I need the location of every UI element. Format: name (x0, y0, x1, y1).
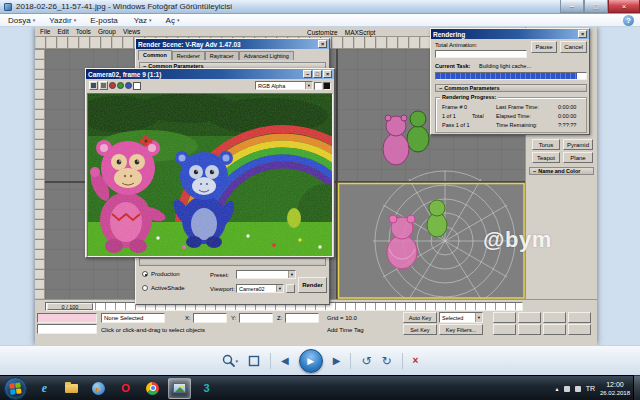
lock-viewport-icon[interactable] (286, 284, 295, 293)
red-channel-icon[interactable] (109, 82, 116, 89)
taskbar-icon-internet-explorer[interactable]: e (33, 378, 56, 399)
nav-zoom-region-button[interactable] (568, 312, 591, 323)
render-scene-titlebar[interactable]: Render Scene: V-Ray Adv 1.47.03 × (136, 39, 329, 49)
taskbar-icon-opera[interactable]: O (114, 378, 137, 399)
next-button[interactable]: ▶ (333, 355, 341, 366)
tray-expand-icon[interactable]: ▴ (556, 385, 559, 392)
clear-color-swatch[interactable] (314, 82, 322, 90)
elapsed-time-value: 0:00:00 (558, 113, 576, 119)
save-image-icon[interactable] (89, 81, 98, 90)
background-color-swatch[interactable] (323, 82, 331, 90)
plane-button[interactable]: Plane (563, 152, 593, 163)
nav-zoom-all-button[interactable] (518, 312, 541, 323)
close-icon[interactable]: × (318, 40, 327, 48)
nav-min-max-toggle-button[interactable] (568, 324, 591, 335)
viewport-dropdown[interactable]: Camera02 ▾ (236, 284, 284, 293)
close-icon[interactable]: × (578, 30, 587, 38)
chevron-down-icon: ▾ (288, 271, 295, 278)
rendering-titlebar[interactable]: Rendering × (431, 29, 589, 39)
frame-window-titlebar[interactable]: Camera02, frame 9 (1:1) − □ × (86, 69, 334, 79)
max-menu-maxscript[interactable]: MAXScript (345, 29, 376, 36)
max-menubar-right: Customize MAXScript (307, 27, 375, 37)
teapot-button[interactable]: Teapot (532, 152, 560, 163)
clone-image-icon[interactable] (99, 81, 108, 90)
name-and-color-rollout[interactable]: − Name and Color (529, 167, 594, 175)
cancel-button[interactable]: Cancel (560, 41, 587, 53)
play-slideshow-button[interactable]: ▶ (299, 349, 323, 373)
auto-key-button[interactable]: Auto Key (403, 312, 437, 323)
max-menu-tools[interactable]: Tools (76, 28, 91, 35)
start-button[interactable] (4, 377, 27, 400)
set-key-button[interactable]: Set Key (403, 324, 437, 335)
nav-fov-button[interactable] (543, 324, 566, 335)
common-parameters-rollout[interactable]: − Common Parameters (435, 84, 587, 92)
menu-yaz[interactable]: Yaz▾ (134, 16, 152, 25)
minimize-button[interactable]: − (560, 0, 584, 13)
max-menu-edit[interactable]: Edit (57, 28, 68, 35)
maximize-icon[interactable]: □ (313, 70, 322, 78)
pause-button[interactable]: Pause (531, 41, 557, 53)
nav-zoom-button[interactable] (493, 312, 516, 323)
nav-pan-button[interactable] (493, 324, 516, 335)
max-menu-views[interactable]: Views (123, 28, 140, 35)
max-menu-group[interactable]: Group (98, 28, 116, 35)
minimize-icon[interactable]: − (303, 70, 312, 78)
taskbar-icon-windows-photo-viewer[interactable] (168, 378, 191, 399)
menu-dosya[interactable]: Dosya▾ (8, 16, 35, 25)
add-time-tag[interactable]: Add Time Tag (327, 327, 364, 333)
production-radio[interactable]: Production (142, 271, 180, 277)
alpha-channel-icon[interactable] (133, 82, 141, 90)
pyramid-button[interactable]: Pyramid (563, 139, 593, 150)
close-button[interactable]: × (608, 0, 640, 13)
torus-button[interactable]: Torus (532, 139, 560, 150)
clock[interactable]: 12:00 26.02.2018 (600, 381, 630, 397)
tab-common[interactable]: Common (138, 50, 172, 60)
language-indicator[interactable]: TR (586, 385, 595, 392)
x-coordinate-field[interactable] (193, 313, 227, 323)
time-slider-handle[interactable]: 0 / 100 (47, 303, 93, 310)
z-coordinate-field[interactable] (285, 313, 319, 323)
blue-channel-icon[interactable] (125, 82, 132, 89)
actual-size-button[interactable] (248, 355, 260, 367)
maxscript-listener-input[interactable] (37, 313, 97, 323)
max-menu-customize[interactable]: Customize (307, 29, 338, 36)
taskbar-icon-google-chrome[interactable] (141, 378, 164, 399)
tab-raytracer[interactable]: Raytracer (205, 51, 239, 60)
taskbar-icon-windows-media-player[interactable]: ▶ (87, 378, 110, 399)
preset-label: Preset: (210, 272, 229, 278)
taskbar-icon-3ds-max[interactable]: 3 (195, 378, 218, 399)
desktop: 2018-02-26_11-57-41.jpg - Windows Fotoğr… (0, 0, 640, 400)
previous-button[interactable]: ◀ (281, 355, 289, 366)
rotate-cw-button[interactable]: ↻ (382, 354, 392, 368)
maximize-button[interactable]: □ (584, 0, 608, 13)
close-icon[interactable]: × (323, 70, 332, 78)
tray-volume-icon[interactable] (575, 386, 581, 392)
y-coordinate-field[interactable] (239, 313, 273, 323)
menu-ac[interactable]: Aç▾ (166, 16, 180, 25)
menu-eposta[interactable]: E-posta (90, 16, 120, 25)
key-filters-button[interactable]: Key Filters... (439, 324, 483, 335)
green-channel-icon[interactable] (117, 82, 124, 89)
preset-dropdown[interactable]: ▾ (236, 270, 296, 279)
rotate-ccw-button[interactable]: ↺ (361, 354, 371, 368)
zoom-button[interactable]: ▾ (222, 354, 239, 368)
max-side-toolbar[interactable] (35, 49, 45, 299)
show-desktop-button[interactable] (633, 375, 640, 400)
help-icon[interactable]: ? (623, 15, 634, 26)
channel-dropdown[interactable]: RGB Alpha ▾ (255, 81, 313, 90)
tab-renderer[interactable]: Renderer (172, 51, 205, 60)
nav-zoom-extents-button[interactable] (543, 312, 566, 323)
render-button[interactable]: Render (298, 277, 327, 293)
collapsed-rollout[interactable] (139, 258, 326, 266)
selection-set-dropdown[interactable]: Selected ▾ (439, 312, 483, 323)
maxscript-listener-output[interactable] (37, 324, 97, 334)
nav-arc-rotate-button[interactable] (518, 324, 541, 335)
tray-network-icon[interactable] (564, 386, 570, 392)
delete-button[interactable]: × (413, 355, 419, 366)
max-menu-file[interactable]: File (40, 28, 50, 35)
taskbar-icon-windows-explorer[interactable] (60, 378, 83, 399)
tab-advanced-lighting[interactable]: Advanced Lighting (239, 51, 294, 60)
menu-yazdir[interactable]: Yazdır▾ (49, 16, 76, 25)
activeshade-radio[interactable]: ActiveShade (142, 285, 185, 291)
chevron-down-icon: ▾ (74, 17, 77, 23)
